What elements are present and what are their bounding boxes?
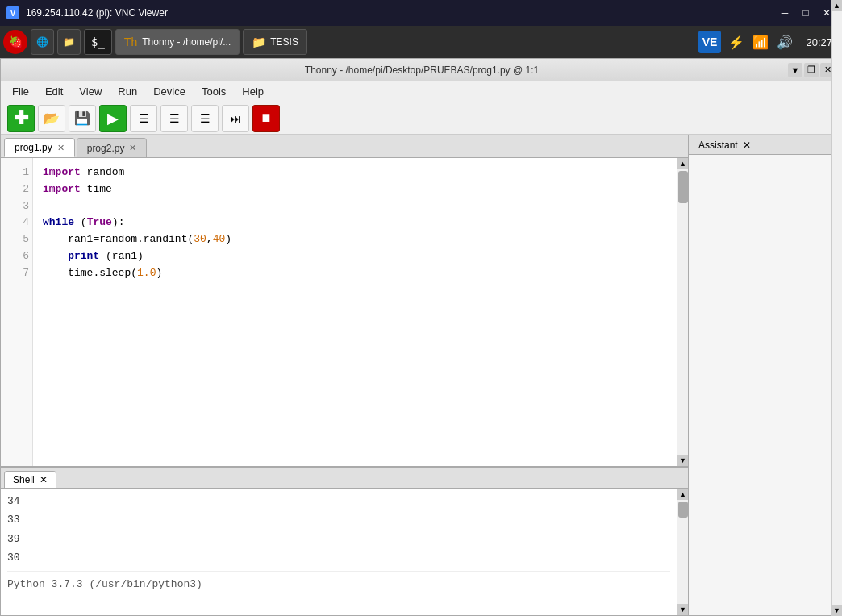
menu-edit[interactable]: Edit <box>37 82 71 101</box>
assistant-panel: Assistant ✕ ▲ ▼ <box>688 135 841 615</box>
shell-prompt-text: Python 3.7.3 (/usr/bin/python3) <box>7 578 202 590</box>
editor-area: prog1.py ✕ prog2.py ✕ 1 2 3 4 5 6 7 <box>1 135 841 615</box>
tab-prog1-close[interactable]: ✕ <box>57 143 65 153</box>
shell-scroll-up[interactable]: ▲ <box>677 489 689 500</box>
maximize-button[interactable]: □ <box>797 4 815 22</box>
scroll-thumb[interactable] <box>678 171 688 203</box>
main-pane: prog1.py ✕ prog2.py ✕ 1 2 3 4 5 6 7 <box>1 135 688 615</box>
menu-device[interactable]: Device <box>145 82 194 101</box>
thonny-label: Thonny - /home/pi/... <box>142 36 231 48</box>
bluetooth-icon[interactable]: ⚡ <box>727 33 745 51</box>
thonny-dropdown-btn[interactable]: ▼ <box>788 63 802 77</box>
titlebar-left: V 169.254.110.42 (pi): VNC Viewer <box>6 6 168 19</box>
shell-output-30: 30 <box>7 548 670 567</box>
thonny-restore-btn[interactable]: ❐ <box>804 63 819 77</box>
shell-content[interactable]: 34 33 39 30 Python 3.7.3 (/usr/bin/pytho… <box>1 489 677 615</box>
taskbar-thonny[interactable]: Th Thonny - /home/pi/... <box>115 29 240 55</box>
thonny-window: Thonny - /home/pi/Desktop/PRUEBAS/prog1.… <box>0 58 842 616</box>
shell-area: Shell ✕ 34 33 39 30 Python 3.7.3 (/usr/b… <box>1 466 688 615</box>
scroll-down[interactable]: ▼ <box>677 455 689 466</box>
taskbar-files[interactable]: 📁 <box>57 29 81 55</box>
tab-prog1[interactable]: prog1.py ✕ <box>4 138 75 157</box>
scroll-up[interactable]: ▲ <box>677 158 689 169</box>
assistant-scrollbar[interactable]: ▲ ▼ <box>831 155 841 615</box>
assistant-tab-label: Assistant <box>698 139 738 151</box>
menu-file[interactable]: File <box>4 82 37 101</box>
vnc-icon: V <box>6 6 19 19</box>
thonny-title: Thonny - /home/pi/Desktop/PRUEBAS/prog1.… <box>56 65 788 76</box>
new-button[interactable]: ✚ <box>7 105 35 132</box>
resume-button[interactable]: ⏭ <box>222 105 249 132</box>
step-in-button[interactable]: ☰ <box>191 105 219 132</box>
shell-output-39: 39 <box>7 530 670 548</box>
assistant-tab-close[interactable]: ✕ <box>743 139 751 151</box>
code-content[interactable]: import random import time while (True): … <box>33 158 677 466</box>
taskbar-browser[interactable]: 🌐 <box>31 29 54 55</box>
tabs-bar: prog1.py ✕ prog2.py ✕ <box>1 135 688 158</box>
menu-help[interactable]: Help <box>234 82 272 101</box>
ve-icon[interactable]: VE <box>698 31 721 53</box>
line-numbers: 1 2 3 4 5 6 7 <box>1 158 33 466</box>
shell-scroll-thumb[interactable] <box>678 502 688 518</box>
tesis-icon: 📁 <box>252 35 265 48</box>
assistant-scroll-down[interactable]: ▼ <box>832 605 842 615</box>
tab-prog1-label: prog1.py <box>15 142 52 153</box>
shell-tab[interactable]: Shell ✕ <box>4 471 56 488</box>
wifi-icon[interactable]: 📶 <box>752 33 769 51</box>
shell-scrollbar[interactable]: ▲ ▼ <box>677 489 688 615</box>
taskbar-raspberry[interactable]: 🍓 <box>3 30 27 54</box>
menu-run[interactable]: Run <box>110 82 145 101</box>
menu-bar: File Edit View Run Device Tools Help <box>1 81 841 102</box>
clock: 20:27 <box>800 36 832 48</box>
minimize-button[interactable]: ─ <box>776 4 794 22</box>
volume-icon[interactable]: 🔊 <box>776 33 794 51</box>
menu-tools[interactable]: Tools <box>194 82 234 101</box>
editor-scrollbar[interactable]: ▲ ▼ <box>677 158 688 466</box>
tab-prog2[interactable]: prog2.py ✕ <box>77 138 148 157</box>
run-button[interactable]: ▶ <box>99 105 127 132</box>
shell-tabs: Shell ✕ <box>1 468 688 489</box>
shell-body: 34 33 39 30 Python 3.7.3 (/usr/bin/pytho… <box>1 489 688 615</box>
thonny-win-controls: ▼ ❐ ✕ <box>788 63 835 77</box>
shell-tab-label: Shell <box>13 474 35 485</box>
vnc-titlebar: V 169.254.110.42 (pi): VNC Viewer ─ □ ✕ <box>0 0 842 26</box>
shell-scroll-down[interactable]: ▼ <box>677 604 689 615</box>
tab-prog2-close[interactable]: ✕ <box>129 143 136 153</box>
thonny-icon: Th <box>124 35 137 48</box>
thonny-inner-titlebar: Thonny - /home/pi/Desktop/PRUEBAS/prog1.… <box>1 59 841 81</box>
save-button[interactable]: 💾 <box>69 105 96 132</box>
shell-prompt: Python 3.7.3 (/usr/bin/python3) <box>7 571 670 593</box>
taskbar-terminal[interactable]: $_ <box>84 29 112 55</box>
stop-button[interactable]: ■ <box>252 105 280 132</box>
titlebar-title: 169.254.110.42 (pi): VNC Viewer <box>26 7 168 19</box>
shell-output-33: 33 <box>7 510 670 529</box>
taskbar: 🍓 🌐 📁 $_ Th Thonny - /home/pi/... 📁 TESI… <box>0 26 842 58</box>
titlebar-controls: ─ □ ✕ <box>776 4 836 22</box>
shell-output-34: 34 <box>7 492 670 510</box>
tesis-label: TESIS <box>270 36 298 48</box>
taskbar-tesis[interactable]: 📁 TESIS <box>243 29 307 55</box>
tab-prog2-label: prog2.py <box>87 143 125 154</box>
taskbar-right: VE ⚡ 📶 🔊 20:27 <box>698 31 839 53</box>
debug-button[interactable]: ☰ <box>130 105 157 132</box>
assistant-content: ▲ ▼ <box>689 155 841 615</box>
shell-tab-close[interactable]: ✕ <box>40 474 48 485</box>
menu-view[interactable]: View <box>71 82 110 101</box>
toolbar: ✚ 📂 💾 ▶ ☰ ☰ ☰ ⏭ ■ <box>1 102 841 135</box>
open-button[interactable]: 📂 <box>38 105 65 132</box>
assistant-tab[interactable]: Assistant ✕ <box>689 135 841 155</box>
code-editor[interactable]: 1 2 3 4 5 6 7 import random import time … <box>1 158 688 466</box>
step-over-button[interactable]: ☰ <box>160 105 188 132</box>
